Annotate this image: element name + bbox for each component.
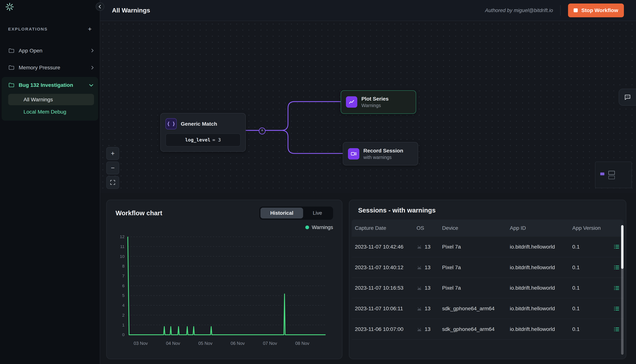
session-logs-icon [613,244,620,250]
add-exploration-button[interactable]: + [86,25,93,33]
bottom-panels: Workflow chart Historical Live Warnings … [100,193,636,364]
os-cell: 13 [413,285,439,291]
table-row[interactable]: 2023-11-06 10:07:00 13 sdk_gphone64_arm6… [352,319,623,340]
node-row: Record Session with warnings [343,142,418,165]
topbar: All Warnings Authored by miguel@bitdrift… [100,0,636,21]
svg-text:2: 2 [122,313,125,318]
android-icon [416,306,422,311]
chart-panel-title: Workflow chart [116,209,162,217]
speech-bubble-icon [624,94,631,101]
device-cell: Pixel 7a [439,285,507,291]
chevron-right-icon [91,49,94,52]
device-cell: Pixel 7a [439,264,507,270]
android-icon [416,286,422,290]
sessions-scrollbar-thumb[interactable] [621,225,623,269]
bitdrift-app: EXPLORATIONS + App Open Memory Pressure [0,0,636,364]
node-generic-match[interactable]: { } Generic Match log_level = 3 [160,113,246,152]
os-cell: 13 [413,306,439,312]
os-cell: 13 [413,326,439,332]
zoom-controls: + − [106,147,119,189]
sidebar-collapse-button[interactable] [96,2,104,11]
svg-text:03 Nov: 03 Nov [134,341,148,346]
table-row[interactable]: 2023-11-07 10:40:12 13 Pixel 7a io. [352,257,623,278]
node-row: Plot Series Warnings [341,91,416,114]
capture-date-cell: 2023-11-07 10:06:11 [352,306,413,312]
stop-workflow-label: Stop Workflow [581,7,618,14]
android-icon [416,244,422,249]
column-header-capture-date: Capture Date [352,225,413,231]
session-logs-icon [613,306,620,312]
condition-key: log_level [185,137,210,142]
node-record-session[interactable]: Record Session with warnings [343,142,418,166]
table-row[interactable]: 2023-11-07 10:42:46 13 Pixel 7a io. [352,237,623,257]
app-version-cell: 0.1 [569,244,609,250]
session-logs-icon [613,326,620,332]
tab-live[interactable]: Live [303,208,332,218]
fit-view-button[interactable] [106,176,119,189]
video-camera-icon [348,148,359,160]
node-subtitle: Warnings [361,103,388,108]
sidebar-item-label: App Open [19,48,43,54]
os-version: 13 [425,306,431,312]
svg-text:0: 0 [122,332,125,337]
chevron-down-icon [89,83,93,87]
tab-historical[interactable]: Historical [261,208,303,218]
node-plot-series[interactable]: Plot Series Warnings [341,90,416,114]
feedback-chat-button[interactable] [619,89,636,106]
sidebar-item-memory-pressure[interactable]: Memory Pressure [0,59,100,76]
chevron-left-icon [98,5,102,8]
topbar-right: Authored by miguel@bitdrift.io Stop Work… [485,4,624,17]
svg-text:05 Nov: 05 Nov [198,341,213,346]
sidebar-item-local-mem-debug[interactable]: Local Mem Debug [8,106,94,118]
os-version: 13 [425,326,431,332]
svg-text:11: 11 [120,244,125,249]
table-row[interactable]: 2023-11-07 10:16:53 13 Pixel 7a io. [352,278,623,298]
page-title: All Warnings [112,7,150,14]
os-version: 13 [425,285,431,291]
svg-text:06 Nov: 06 Nov [231,341,245,346]
zoom-out-button[interactable]: − [106,162,119,174]
canvas-minimap[interactable] [595,162,632,188]
edge-add-node-button[interactable]: + [259,128,266,134]
sidebar-item-bug-132-investigation[interactable]: Bug 132 Investigation [2,77,98,93]
authored-by-text: Authored by miguel@bitdrift.io [485,8,553,14]
folder-icon [8,82,15,88]
sidebar-group-bug-132: Bug 132 Investigation All Warnings Local… [2,77,98,121]
node-title: Generic Match [181,121,217,127]
sidebar-item-all-warnings[interactable]: All Warnings [8,94,94,105]
line-chart-icon [346,96,357,108]
sidebar-item-label: Bug 132 Investigation [19,82,73,88]
column-header-app-id: App ID [507,225,569,231]
app-id-cell: io.bitdrift.helloworld [507,264,569,270]
sessions-panel: Sessions - with warnings Capture Date OS… [349,200,626,359]
device-cell: sdk_gphone64_arm64 [439,306,507,312]
zoom-in-button[interactable]: + [106,147,119,160]
svg-text:8: 8 [122,264,125,268]
sessions-table-header: Capture Date OS Device App ID App Versio… [352,220,623,237]
sessions-table: Capture Date OS Device App ID App Versio… [352,220,623,340]
chevron-right-icon [91,66,94,70]
table-row[interactable]: 2023-11-07 10:06:11 13 sdk_gphone64_arm6… [352,298,623,319]
stop-workflow-button[interactable]: Stop Workflow [568,4,624,17]
legend-label: Warnings [312,224,333,230]
workflow-canvas[interactable]: + { } Generic Match log_level = 3 [100,21,636,193]
app-id-cell: io.bitdrift.helloworld [507,285,569,291]
folder-icon [8,48,15,54]
svg-text:04 Nov: 04 Nov [166,341,180,346]
minimap-node [608,176,615,179]
os-cell: 13 [413,264,439,270]
sidebar-item-app-open[interactable]: App Open [0,42,100,59]
app-version-cell: 0.1 [569,306,609,312]
os-version: 13 [425,264,431,270]
os-version: 13 [425,244,431,250]
svg-text:6: 6 [122,283,125,288]
app-id-cell: io.bitdrift.helloworld [507,306,569,312]
session-logs-icon [613,285,620,291]
svg-text:7: 7 [122,274,125,278]
explorations-label: EXPLORATIONS [8,26,48,32]
chart-legend: Warnings [116,224,333,231]
svg-text:10: 10 [120,254,124,258]
legend-dot [305,226,309,229]
node-title: Plot Series [361,96,388,102]
device-cell: sdk_gphone64_arm64 [439,326,507,332]
